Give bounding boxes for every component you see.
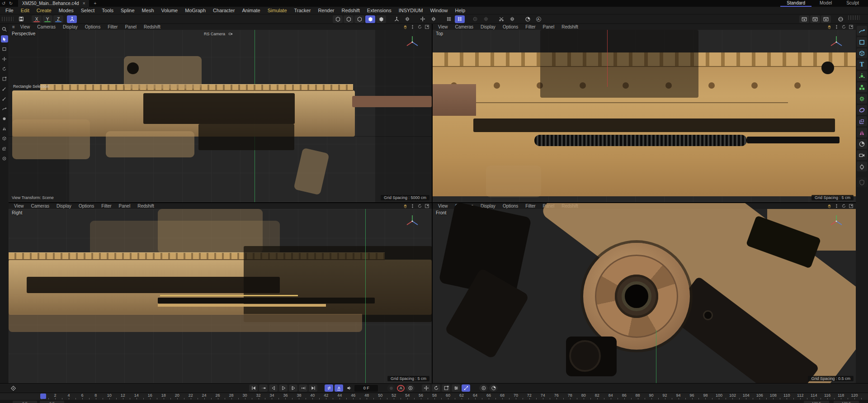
range-start-field[interactable]: 0 F xyxy=(13,401,37,403)
orbit-icon[interactable] xyxy=(417,204,423,209)
range-end-field[interactable]: 120 F xyxy=(804,401,829,403)
viewport-canvas-top[interactable]: Top Grid Spacing : 5 cm xyxy=(433,30,856,202)
snap-radius-icon[interactable] xyxy=(470,15,480,23)
menu-item[interactable]: Extensions xyxy=(363,8,395,13)
menu-item[interactable]: Select xyxy=(77,8,99,13)
undo-button[interactable]: ↺ xyxy=(0,1,7,6)
environment-icon[interactable] xyxy=(857,139,867,149)
menu-item[interactable]: Volume xyxy=(158,8,182,13)
dolly-icon[interactable] xyxy=(834,204,840,209)
pan-icon[interactable] xyxy=(402,204,408,209)
boolean-generator-icon[interactable] xyxy=(857,82,867,92)
snap-tool[interactable] xyxy=(1,155,8,162)
shading-wireframe-icon[interactable] xyxy=(333,15,343,23)
axis-lock-button[interactable]: X xyxy=(32,15,42,23)
auto-mode-icon[interactable]: A xyxy=(533,15,543,23)
orbit-icon[interactable] xyxy=(841,204,847,209)
rectangle-spline-icon[interactable] xyxy=(857,37,867,47)
viewport-menu-item[interactable]: Filter xyxy=(522,24,539,29)
menu-item[interactable]: Redshift xyxy=(338,8,363,13)
viewport-menu-item[interactable]: Cameras xyxy=(33,24,59,29)
layout-tab[interactable]: Standard xyxy=(780,0,811,7)
viewport-menu-item[interactable]: Panel xyxy=(115,204,134,209)
layout-tab[interactable]: Model xyxy=(813,0,838,7)
render-picture-viewer-icon[interactable] xyxy=(810,15,820,23)
viewport-menu-item[interactable]: Options xyxy=(499,24,522,29)
world-axis-toggle[interactable] xyxy=(67,15,77,23)
camera-object-icon[interactable] xyxy=(857,150,867,160)
rotate-tool[interactable] xyxy=(1,65,8,72)
viewport-menu-item[interactable]: Display xyxy=(477,24,499,29)
camera-label[interactable]: RS Camera xyxy=(204,32,233,36)
axis-settings-gear-icon[interactable] xyxy=(402,15,412,23)
viewport-canvas-front[interactable]: Front Grid Spacing : 0.5 cm xyxy=(433,209,856,383)
current-frame-field[interactable]: 0 F xyxy=(354,385,378,392)
generator-gear-icon[interactable] xyxy=(857,94,867,104)
render-settings-icon[interactable] xyxy=(821,15,831,23)
menu-item[interactable]: Mesh xyxy=(138,8,158,13)
record-button[interactable] xyxy=(387,384,396,392)
previous-frame-button[interactable] xyxy=(269,384,278,392)
dolly-icon[interactable] xyxy=(834,24,840,29)
extrude-tool[interactable] xyxy=(1,135,8,142)
maximize-viewport-icon[interactable] xyxy=(848,24,854,29)
text-object-icon[interactable]: T xyxy=(857,60,867,70)
keyframe-ruler-button[interactable]: A xyxy=(335,384,343,392)
menu-item[interactable]: Character xyxy=(209,8,238,13)
pen-tool[interactable] xyxy=(1,105,8,112)
viewport-menu-item[interactable]: Redshift xyxy=(140,24,164,29)
viewport-menu-icon[interactable]: ≡ xyxy=(10,24,17,29)
axis-lock-button[interactable]: Y xyxy=(42,15,52,23)
viewport-menu-item[interactable]: Cameras xyxy=(28,204,53,209)
live-selection-tool[interactable] xyxy=(1,45,8,52)
previous-key-button[interactable] xyxy=(259,384,268,392)
search-icon[interactable] xyxy=(1,25,8,33)
menu-item[interactable]: Help xyxy=(452,8,469,13)
viewport-menu-item[interactable]: Filter xyxy=(98,204,115,209)
record-parameter-button[interactable] xyxy=(452,384,460,392)
object-axis-icon[interactable] xyxy=(392,15,401,23)
symmetry-icon[interactable] xyxy=(496,15,506,23)
light-object-icon[interactable] xyxy=(857,161,867,171)
axis-lock-button[interactable]: Z xyxy=(53,15,63,23)
shading-constant-icon[interactable] xyxy=(376,15,386,23)
dolly-icon[interactable] xyxy=(410,24,415,29)
menu-item[interactable]: MoGraph xyxy=(181,8,209,13)
redo-button[interactable]: ↻ xyxy=(7,1,14,6)
viewport-menu-item[interactable]: Panel xyxy=(539,24,558,29)
viewport-menu-item[interactable]: View xyxy=(17,24,34,29)
symmetry-gear-icon[interactable] xyxy=(507,15,517,23)
layout-tab[interactable]: Sculpt xyxy=(840,0,865,7)
pan-icon[interactable] xyxy=(402,24,408,29)
viewport-menu-item[interactable]: Filter xyxy=(522,204,539,209)
document-tab[interactable]: XM250_Main...Behance.c4d × xyxy=(18,0,89,7)
viewport-canvas-right[interactable]: Right Grid Spacing : 5 cm xyxy=(9,209,432,383)
symmetry-object-icon[interactable] xyxy=(857,128,867,137)
mirror-tool[interactable] xyxy=(1,125,8,132)
maximize-viewport-icon[interactable] xyxy=(424,204,430,209)
autokey-button[interactable]: A xyxy=(397,385,405,392)
menu-item[interactable]: Modes xyxy=(55,8,77,13)
maximize-viewport-icon[interactable] xyxy=(424,24,430,29)
menu-item[interactable]: Edit xyxy=(17,8,33,13)
workplane-icon[interactable] xyxy=(857,116,867,126)
viewport-menu-item[interactable]: Options xyxy=(81,24,104,29)
goto-start-button[interactable] xyxy=(249,384,258,392)
shading-hiddenline-icon[interactable] xyxy=(354,15,364,23)
new-tab-button[interactable]: + xyxy=(89,1,101,6)
cube-primitive-icon[interactable] xyxy=(857,48,867,58)
quantize-grid-icon[interactable] xyxy=(444,15,454,23)
disabled-tag-icon[interactable] xyxy=(857,177,867,187)
move-tool[interactable] xyxy=(1,55,8,62)
viewport-menu-item[interactable]: Redshift xyxy=(558,24,582,29)
menu-item[interactable]: Create xyxy=(33,8,55,13)
viewport-menu-item[interactable]: Filter xyxy=(104,24,121,29)
rectangle-selection-tool[interactable] xyxy=(1,35,8,43)
shading-isoparm-icon[interactable] xyxy=(344,15,354,23)
snap-enabled-grid-icon[interactable] xyxy=(455,15,465,23)
viewport-menu-item[interactable]: Redshift xyxy=(134,204,158,209)
bevel-tool[interactable] xyxy=(1,145,8,152)
pan-icon[interactable] xyxy=(826,24,832,29)
keyframe-selection-button[interactable] xyxy=(406,384,415,392)
menu-item[interactable]: File xyxy=(2,8,17,13)
